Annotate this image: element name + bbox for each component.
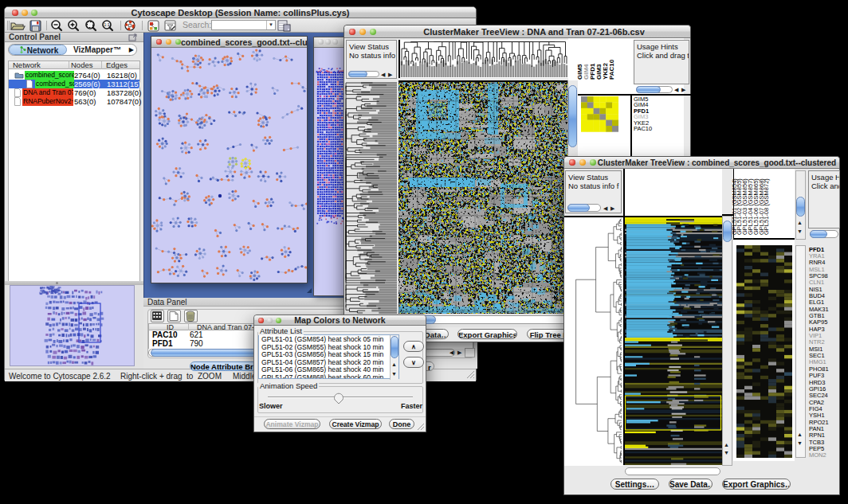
svg-text:1:1: 1:1 (104, 22, 110, 27)
svg-text:Search:: Search: (183, 20, 211, 29)
